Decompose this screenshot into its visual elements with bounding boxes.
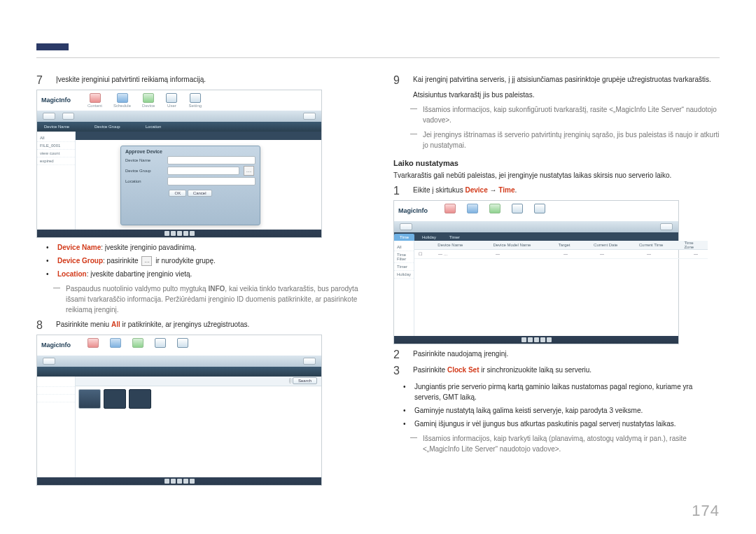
step-7: 7 Įveskite įrenginiui patvirtinti reikia…	[36, 74, 363, 87]
kw-time: Time	[498, 186, 514, 194]
nav-setting[interactable]: Setting	[188, 93, 202, 108]
top-nav	[444, 204, 545, 218]
note: ―Išsamios informacijos, kaip sukonfigūru…	[393, 104, 720, 125]
note: ―Jei įrenginys ištrinamas iš serverio pa…	[393, 129, 720, 150]
sidebar-item[interactable]: Timer	[394, 263, 414, 271]
nav-content[interactable]: Content	[88, 93, 102, 108]
toolbar-btn[interactable]	[43, 113, 55, 120]
toolbar	[394, 221, 678, 232]
nav-item[interactable]	[177, 338, 188, 353]
text: : pasirinkite	[103, 257, 140, 265]
tab-holiday[interactable]: Holiday	[416, 234, 442, 241]
step-text: Įveskite įrenginiui patvirtinti reikiamą…	[56, 74, 363, 87]
nav-item[interactable]	[88, 338, 99, 353]
browse-icon: …	[141, 256, 152, 266]
col: Location	[146, 125, 162, 129]
label-location: Location	[125, 179, 164, 183]
toolbar-btn[interactable]	[62, 113, 75, 120]
search-button[interactable]: Search	[293, 377, 317, 384]
thumbnails	[76, 386, 321, 412]
screenshot-device-list: MagicInfo	[36, 335, 322, 486]
text: Pasirinkite naudojamą įrenginį.	[413, 349, 720, 361]
nav-item[interactable]	[467, 204, 478, 218]
nav-item[interactable]	[110, 338, 121, 353]
device-name-input[interactable]	[167, 156, 255, 164]
kw-info: INFO	[208, 285, 225, 293]
note-info: ― Paspaudus nuotolinio valdymo pulto myg…	[36, 283, 363, 315]
text: .	[514, 186, 517, 194]
footer-pager	[37, 230, 321, 237]
cell: —	[690, 252, 702, 256]
nav-item[interactable]	[489, 204, 500, 218]
subtabs: Time Holiday Timer	[394, 232, 678, 241]
step-number: 1	[393, 185, 405, 197]
toolbar-btn[interactable]	[303, 358, 316, 365]
text: ir nurodykite grupę.	[153, 257, 215, 265]
kw-device-group: Device Group	[57, 257, 103, 265]
sidebar	[37, 377, 75, 477]
cell: — …	[434, 252, 491, 256]
sidebar-item[interactable]: All	[37, 134, 75, 142]
cancel-button[interactable]: Cancel	[188, 190, 212, 197]
text: Išsamios informacijos, kaip tvarkyti lai…	[423, 433, 720, 454]
nav-item[interactable]	[155, 338, 166, 353]
nav-user[interactable]: User	[166, 93, 177, 108]
screenshot-approve-device: MagicInfo Content Schedule Device User S…	[36, 90, 322, 238]
location-input[interactable]	[167, 177, 255, 185]
tab-time[interactable]: Time	[394, 234, 414, 241]
text: Paspaudus nuotolinio valdymo pulto mygtu…	[66, 285, 208, 293]
toolbar-btn[interactable]	[303, 113, 316, 120]
cell: —	[643, 252, 690, 256]
label-device-name: Device Name	[125, 158, 164, 162]
text: : įveskite įrenginio pavadinimą.	[101, 244, 196, 251]
table-header: Device Name Device Model Name Target Cur…	[414, 241, 708, 250]
toolbar	[37, 111, 321, 122]
table-row[interactable]: ☐ — … — — — — —	[414, 250, 708, 259]
sidebar-item[interactable]: view count	[37, 150, 75, 157]
step-number: 7	[36, 74, 48, 87]
sidebar-item[interactable]: FILE_0001	[37, 142, 75, 150]
sidebar-item[interactable]	[37, 379, 75, 387]
sidebar-item[interactable]: Holiday	[394, 271, 414, 279]
action-thumb[interactable]	[129, 389, 151, 409]
col: Device Group	[94, 125, 120, 129]
nav-schedule[interactable]: Schedule	[113, 93, 131, 108]
action-thumb[interactable]	[104, 389, 126, 409]
list-toolbar: Search	[76, 377, 321, 386]
device-group-input[interactable]	[167, 167, 239, 175]
footer-pager	[394, 336, 678, 344]
sidebar-item[interactable]: All	[394, 244, 414, 251]
search-input[interactable]	[289, 378, 292, 384]
step-1: 1 Eikite į skirtukus Device → Time.	[393, 185, 720, 197]
nav-item[interactable]	[512, 204, 523, 218]
browse-button[interactable]: …	[244, 166, 254, 176]
toolbar-btn[interactable]	[43, 358, 55, 365]
top-nav: Content Schedule Device User Setting	[88, 93, 202, 108]
step-number: 9	[393, 74, 405, 100]
kw-location: Location	[57, 270, 87, 278]
device-thumb[interactable]	[78, 389, 101, 409]
col: Current Date	[589, 243, 635, 247]
right-column: 9 Kai įrenginį patvirtina serveris, į jį…	[393, 70, 720, 486]
sidebar: All FILE_0001 view count expired	[37, 132, 75, 230]
nav-item[interactable]	[534, 204, 545, 218]
sidebar-item[interactable]: expired	[37, 157, 75, 165]
nav-item[interactable]	[444, 204, 456, 218]
nav-device[interactable]: Device	[142, 93, 155, 108]
sidebar-item[interactable]	[37, 395, 75, 402]
nav-item[interactable]	[132, 338, 144, 353]
col: Time Zone	[680, 241, 707, 249]
sidebar: All Time Filter Timer Holiday	[394, 241, 414, 336]
left-column: 7 Įveskite įrenginiui patvirtinti reikia…	[36, 70, 363, 486]
ok-button[interactable]: OK	[169, 190, 186, 197]
dialog-title: Approve Device	[125, 149, 255, 154]
text: Kai įrenginį patvirtina serveris, į jį a…	[413, 74, 720, 85]
toolbar-btn[interactable]	[660, 223, 673, 230]
toolbar-btn[interactable]	[400, 223, 412, 230]
tab-timer[interactable]: Timer	[444, 234, 465, 241]
step-3: 3 Pasirinkite Clock Set ir sinchronizuok…	[393, 365, 720, 377]
col: Target	[554, 243, 589, 247]
sidebar-item[interactable]	[37, 387, 75, 395]
text: ir sinchronizuokite laiką su serveriu.	[479, 366, 592, 374]
sidebar-item[interactable]: Time Filter	[394, 251, 414, 263]
